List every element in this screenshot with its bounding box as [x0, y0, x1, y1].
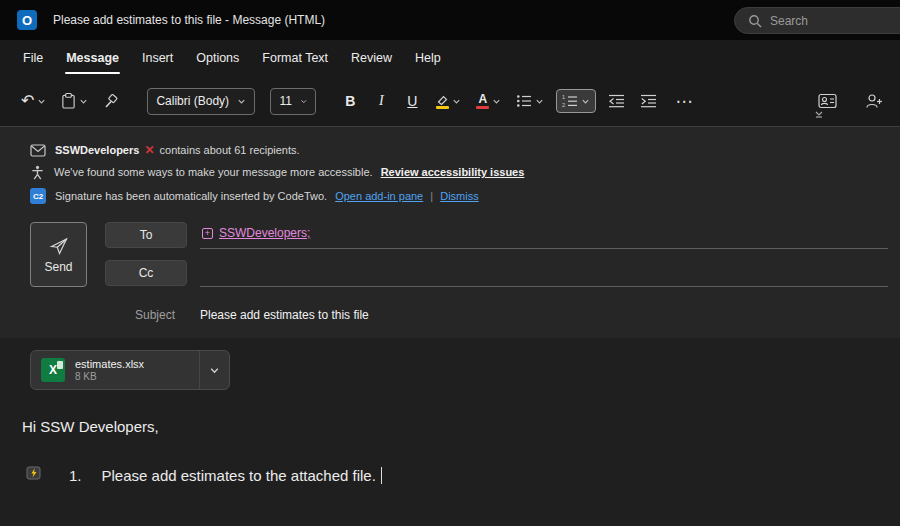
tab-review[interactable]: Review [350, 49, 393, 67]
ribbon-tabs: File Message Insert Options Format Text … [0, 40, 900, 76]
cc-button[interactable]: Cc [105, 260, 187, 286]
toolbar-right-group [815, 89, 890, 113]
tab-message[interactable]: Message [65, 49, 120, 67]
list-number: 1. [69, 467, 82, 484]
bullets-button[interactable] [513, 90, 547, 112]
chevron-down-icon [79, 97, 88, 106]
address-area: Send To + SSWDevelopers; Cc Subject Plea… [0, 221, 900, 328]
mailtip-accessibility: We've found some ways to make your messa… [0, 161, 900, 183]
font-color-icon: A [476, 94, 489, 109]
font-name-value: Calibri (Body) [156, 94, 229, 108]
to-row: To + SSWDevelopers; [105, 221, 888, 249]
more-commands-button[interactable]: ⋯ [675, 91, 693, 112]
chevron-down-icon [300, 97, 308, 106]
outlook-app-icon: O [17, 10, 37, 30]
paste-button[interactable] [58, 88, 91, 114]
send-button[interactable]: Send [30, 222, 87, 287]
font-size-combobox[interactable]: 11 [270, 88, 316, 115]
tab-help[interactable]: Help [414, 49, 442, 67]
person-add-icon [865, 93, 883, 109]
underline-button[interactable]: U [401, 93, 423, 109]
cc-row: Cc [105, 259, 888, 287]
attachment-menu-button[interactable] [199, 351, 229, 389]
message-body-area: X estimates.xlsx 8 KB Hi SSW Developers,… [0, 338, 900, 526]
send-label: Send [44, 260, 72, 274]
tab-options[interactable]: Options [195, 49, 240, 67]
ribbon-collapse-icon [814, 109, 824, 119]
attachment-card[interactable]: X estimates.xlsx 8 KB [30, 350, 230, 390]
svg-text:2: 2 [562, 102, 565, 108]
mailtip-signature: C2 Signature has been automatically inse… [0, 183, 900, 209]
format-painter-button[interactable] [100, 89, 122, 113]
accessibility-icon [30, 165, 45, 180]
chevron-down-icon [581, 97, 590, 106]
to-button[interactable]: To [105, 222, 187, 248]
chevron-down-icon [37, 97, 46, 106]
message-editor[interactable]: Hi SSW Developers, 1. Please add estimat… [0, 390, 900, 485]
tab-format-text[interactable]: Format Text [261, 49, 329, 67]
font-size-value: 11 [279, 94, 291, 108]
decrease-indent-icon [608, 94, 625, 108]
message-header: SSWDevelopers ✕ contains about 61 recipi… [0, 127, 900, 338]
text-cursor [381, 467, 383, 484]
excel-file-icon: X [41, 358, 65, 382]
increase-indent-icon [640, 94, 657, 108]
italic-button[interactable]: I [370, 93, 392, 109]
dismiss-link[interactable]: Dismiss [440, 190, 479, 202]
ribbon-options-button[interactable] [814, 105, 824, 123]
recipient-chip[interactable]: + SSWDevelopers; [202, 226, 310, 240]
font-name-combobox[interactable]: Calibri (Body) [147, 88, 255, 115]
chevron-down-icon [209, 365, 220, 376]
subject-field[interactable]: Please add estimates to this file [200, 308, 369, 322]
bullet-list-icon [516, 94, 532, 108]
to-field[interactable]: + SSWDevelopers; [200, 221, 888, 249]
send-plane-icon [49, 236, 69, 256]
chevron-down-icon [452, 97, 461, 106]
window-title: Please add estimates to this file - Mess… [53, 13, 325, 27]
link-separator: | [430, 190, 433, 202]
recipient-group-name: SSWDevelopers [55, 144, 139, 156]
cc-field[interactable] [200, 259, 888, 287]
format-painter-icon [103, 93, 119, 109]
undo-button[interactable]: ↶ [18, 89, 49, 113]
list-text: Please add estimates to the attached fil… [102, 467, 376, 484]
chevron-down-icon [237, 97, 246, 106]
mailtip-envelope-icon [30, 144, 46, 157]
expand-group-icon[interactable]: + [202, 228, 213, 239]
open-addin-pane-link[interactable]: Open add-in pane [335, 190, 423, 202]
text-highlight-button[interactable] [432, 90, 464, 113]
font-color-button[interactable]: A [473, 90, 504, 113]
review-accessibility-link[interactable]: Review accessibility issues [381, 166, 525, 178]
decrease-indent-button[interactable] [605, 90, 628, 112]
codetwo-icon: C2 [30, 188, 46, 204]
attachment-size: 8 KB [75, 371, 199, 382]
check-names-button[interactable] [862, 89, 886, 113]
attachment-meta: estimates.xlsx 8 KB [75, 358, 199, 382]
search-placeholder: Search [770, 14, 808, 28]
numbered-list-icon: 1 2 [562, 94, 578, 108]
ribbon-toolbar: ↶ Calibri (Body) 11 B I U [0, 76, 900, 127]
increase-indent-button[interactable] [637, 90, 660, 112]
attachment-filename: estimates.xlsx [75, 358, 199, 370]
signature-text: Signature has been automatically inserte… [55, 190, 327, 202]
greeting-text: Hi SSW Developers, [22, 418, 900, 435]
tab-insert[interactable]: Insert [141, 49, 174, 67]
mailtip-recipients: SSWDevelopers ✕ contains about 61 recipi… [0, 139, 900, 161]
highlighter-icon [435, 94, 449, 109]
accessibility-text: We've found some ways to make your messa… [54, 166, 373, 178]
recipients-count-text: contains about 61 recipients. [160, 144, 300, 156]
chevron-down-icon [535, 97, 544, 106]
search-icon [748, 14, 762, 28]
titlebar: O Please add estimates to this file - Me… [0, 0, 900, 40]
tab-file[interactable]: File [22, 49, 44, 67]
recipient-link[interactable]: SSWDevelopers; [219, 226, 310, 240]
remove-recipient-icon[interactable]: ✕ [144, 143, 154, 157]
outlook-message-window: O Please add estimates to this file - Me… [0, 0, 900, 526]
numbering-button[interactable]: 1 2 [556, 89, 596, 113]
search-box[interactable]: Search [734, 7, 900, 34]
clipboard-icon [61, 92, 76, 110]
autocorrect-options-icon[interactable] [26, 465, 43, 485]
numbered-list-item: 1. Please add estimates to the attached … [22, 465, 900, 485]
bold-button[interactable]: B [339, 93, 361, 109]
subject-label: Subject [105, 308, 187, 322]
